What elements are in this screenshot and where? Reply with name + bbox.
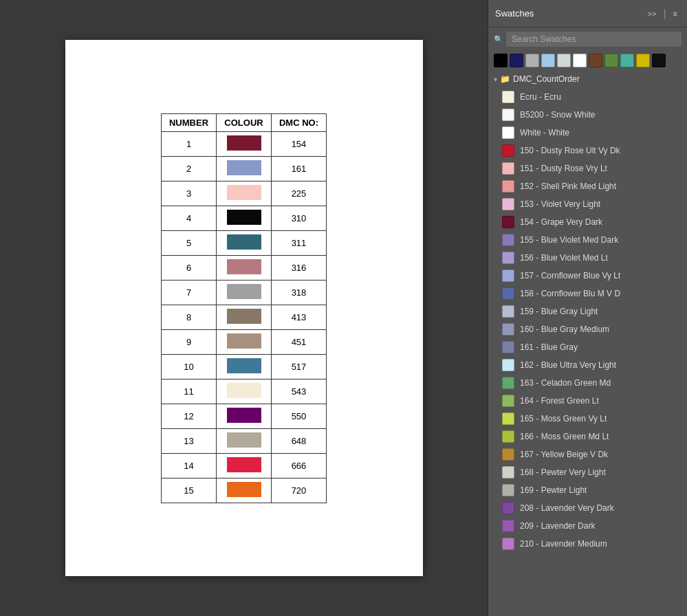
color-swatch — [227, 383, 261, 398]
table-row: 7318 — [162, 280, 327, 305]
swatch-item[interactable]: 157 - Cornflower Blue Vy Lt — [488, 267, 687, 285]
table-cell-dmc: 550 — [272, 404, 327, 428]
color-swatch — [227, 457, 261, 472]
swatch-color-box — [502, 91, 514, 103]
color-chip[interactable] — [525, 54, 539, 67]
table-cell-number: 9 — [162, 329, 217, 354]
table-cell-number: 4 — [162, 206, 217, 230]
swatch-item[interactable]: 151 - Dusty Rose Vry Lt — [488, 160, 687, 177]
table-row: 6316 — [162, 255, 327, 280]
color-chip[interactable] — [557, 54, 571, 67]
color-chip[interactable] — [541, 54, 555, 67]
table-cell-dmc: 154 — [272, 131, 327, 156]
swatch-item[interactable]: 159 - Blue Gray Light — [488, 302, 687, 320]
table-cell-color — [217, 379, 272, 404]
swatch-label: White - White — [520, 128, 569, 138]
table-row: 15720 — [162, 478, 327, 503]
color-swatch — [227, 482, 261, 497]
table-cell-color — [217, 305, 272, 329]
table-cell-dmc: 225 — [272, 181, 327, 206]
color-chip[interactable] — [573, 54, 587, 67]
swatch-label: B5200 - Snow White — [520, 110, 595, 120]
swatch-label: 210 - Lavender Medium — [520, 539, 607, 549]
swatch-item[interactable]: 163 - Celadon Green Md — [488, 374, 687, 392]
swatch-item[interactable]: 161 - Blue Gray — [488, 338, 687, 356]
swatch-item[interactable]: 210 - Lavender Medium — [488, 535, 687, 553]
swatch-item[interactable]: 208 - Lavender Very Dark — [488, 499, 687, 517]
folder-section[interactable]: ▾ 📁 DMC_CountOrder — [488, 72, 687, 87]
swatch-label: 158 - Cornflower Blu M V D — [520, 289, 620, 298]
table-cell-number: 15 — [162, 478, 217, 503]
swatch-item[interactable]: 152 - Shell Pink Med Light — [488, 177, 687, 195]
color-table: NUMBERCOLOURDMC NO:115421613225431053116… — [161, 113, 327, 503]
color-chip[interactable] — [510, 54, 523, 67]
swatch-item[interactable]: 167 - Yellow Beige V Dk — [488, 446, 687, 463]
swatch-color-box — [502, 234, 514, 246]
swatch-item[interactable]: 209 - Lavender Dark — [488, 517, 687, 535]
color-swatch — [227, 333, 261, 349]
table-cell-number: 12 — [162, 404, 217, 428]
swatch-item[interactable]: 155 - Blue Violet Med Dark — [488, 231, 687, 249]
swatch-color-box — [502, 395, 514, 407]
color-chip[interactable] — [652, 54, 666, 67]
swatch-item[interactable]: 166 - Moss Green Md Lt — [488, 428, 687, 446]
table-row: 13648 — [162, 428, 327, 453]
table-row: 5311 — [162, 230, 327, 255]
table-cell-dmc: 310 — [272, 206, 327, 230]
swatch-color-box — [502, 484, 514, 496]
swatch-item[interactable]: Ecru - Ecru — [488, 88, 687, 106]
table-cell-number: 6 — [162, 255, 217, 280]
search-input[interactable] — [506, 32, 681, 47]
expand-btn[interactable]: >> — [645, 8, 659, 19]
swatches-panel: Swatches >> | ≡ 🔍 ▾ 📁 DMC_CountOrder Ecr… — [488, 0, 687, 616]
swatch-item[interactable]: 164 - Forest Green Lt — [488, 392, 687, 410]
table-cell-color — [217, 478, 272, 503]
menu-btn[interactable]: ≡ — [670, 8, 680, 19]
swatch-color-box — [502, 412, 514, 425]
color-chip[interactable] — [589, 54, 602, 67]
header-right: >> | ≡ — [645, 8, 680, 20]
color-chip[interactable] — [604, 54, 618, 67]
swatch-item[interactable]: 162 - Blue Ultra Very Light — [488, 356, 687, 374]
table-header: NUMBER — [162, 113, 217, 131]
color-swatch — [227, 210, 261, 225]
table-row: 11543 — [162, 379, 327, 404]
swatch-color-box — [502, 252, 514, 264]
swatch-label: 164 - Forest Green Lt — [520, 396, 599, 406]
folder-name: DMC_CountOrder — [513, 74, 580, 84]
swatches-list[interactable]: Ecru - EcruB5200 - Snow WhiteWhite - Whi… — [488, 87, 687, 616]
swatch-color-box — [502, 270, 514, 282]
color-swatch — [227, 160, 261, 175]
swatch-item[interactable]: 154 - Grape Very Dark — [488, 213, 687, 231]
table-cell-color — [217, 181, 272, 206]
table-cell-color — [217, 428, 272, 453]
swatches-header: Swatches >> | ≡ — [488, 0, 687, 28]
swatch-item[interactable]: 165 - Moss Green Vy Lt — [488, 410, 687, 428]
color-chip[interactable] — [494, 54, 508, 67]
swatch-color-box — [502, 216, 514, 228]
canvas-area: NUMBERCOLOURDMC NO:115421613225431053116… — [0, 0, 488, 616]
swatch-item[interactable]: 150 - Dusty Rose Ult Vy Dk — [488, 142, 687, 160]
table-row: 1154 — [162, 131, 327, 156]
table-cell-dmc: 316 — [272, 255, 327, 280]
swatch-item[interactable]: 156 - Blue Violet Med Lt — [488, 249, 687, 267]
table-row: 3225 — [162, 181, 327, 206]
table-cell-color — [217, 329, 272, 354]
swatch-label: 208 - Lavender Very Dark — [520, 503, 614, 513]
color-chip[interactable] — [620, 54, 634, 67]
search-icon: 🔍 — [494, 35, 503, 44]
swatch-item[interactable]: 158 - Cornflower Blu M V D — [488, 285, 687, 302]
color-chip[interactable] — [636, 54, 650, 67]
color-swatch — [227, 432, 261, 448]
table-row: 4310 — [162, 206, 327, 230]
color-chips-row — [488, 51, 687, 72]
swatch-item[interactable]: 160 - Blue Gray Medium — [488, 320, 687, 338]
swatch-color-box — [502, 323, 514, 336]
swatch-label: 168 - Pewter Very Light — [520, 468, 606, 477]
swatch-item[interactable]: 169 - Pewter Light — [488, 481, 687, 499]
swatch-item[interactable]: B5200 - Snow White — [488, 106, 687, 124]
swatch-item[interactable]: 168 - Pewter Very Light — [488, 463, 687, 481]
swatch-color-box — [502, 305, 514, 318]
swatch-item[interactable]: White - White — [488, 124, 687, 142]
swatch-item[interactable]: 153 - Violet Very Light — [488, 195, 687, 213]
